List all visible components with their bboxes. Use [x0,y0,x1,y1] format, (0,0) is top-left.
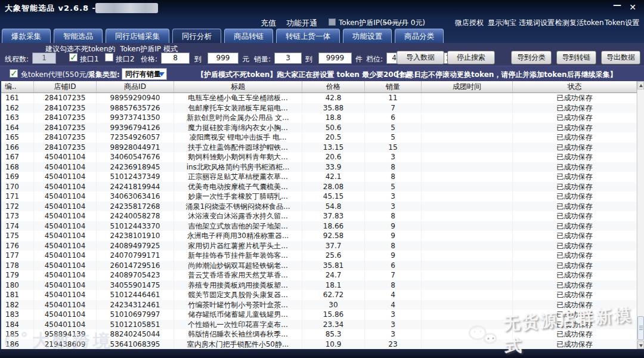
table-row[interactable]: 17645040110424089497925家用切片器红薯擦片机芋头土...3… [1,241,637,251]
table-cell: 3 [365,329,422,340]
action-button-0[interactable]: 导入数据 [397,51,444,64]
table-cell: 13.15 [302,143,365,153]
menu-item[interactable]: 检测复活token [555,18,604,28]
table-cell: 42.1 [302,172,365,182]
table-cell: 3 [365,320,422,330]
column-header[interactable]: 编.. [1,81,34,92]
collect-type-select[interactable]: 同行有销量 [122,68,167,80]
close-button[interactable]: ✕ [626,1,639,13]
table-cell: 已成功保存 [513,300,637,310]
price-max-input[interactable]: 999 [208,53,239,64]
table-row[interactable]: 18445040110451012105851个性婚礼一次性印花喜字桌布...2… [1,320,637,330]
table-row[interactable]: 16945040110451012437349正宗丽容足贴艾草桔梗薰衣草...4… [1,172,637,182]
table-row[interactable]: 16128410723598959290940电瓶车坐桶小龟王车坐桶踏板...4… [1,93,637,103]
table-cell: 163 [1,113,34,123]
scrollbar-thumb[interactable] [637,316,644,340]
table-row[interactable]: 17245040110424235817268涌泉1闷烧壶不锈钢闷烧杯食品...… [1,202,637,212]
table-cell: 18.1 [302,280,365,291]
scroll-up-icon[interactable] [637,81,644,90]
table-cell: 20.5 [302,132,365,143]
table-cell: 184 [1,320,34,330]
tab-2[interactable]: 同行店铺采集 [106,29,169,43]
table-row[interactable]: 17345040110424240058278沐浴液变白沐浴露香水持久留...3… [1,211,637,221]
table-cell: 164 [1,123,34,133]
table-row[interactable]: 18595889413988240245044韩版情侣睡衣长袖丝绸春秋季...8… [1,329,637,340]
action-button-4[interactable]: 导出数据 [601,51,640,64]
table-row[interactable]: 18145040110451012446461髋关节固定支具股骨头康复器...6… [1,290,637,300]
table-row[interactable]: 17545040110424238101910永洲电子秤商用30精准称重器...… [1,231,637,241]
table-cell: 妙康一次性手套橡胶丁腈晴乳... [174,192,302,202]
column-header[interactable]: 成团时间 [422,81,513,92]
table-cell [422,231,513,241]
table-cell: 24070799171 [97,251,174,261]
tab-3[interactable]: 同行分析 [172,29,221,43]
table-row[interactable]: 18245040110424234312461竹编茶叶罐竹制小号茶叶盒茶...3… [1,300,637,310]
table-row[interactable]: 17145040110434063063416妙康一次性手套橡胶丁腈晴乳...4… [1,192,637,202]
table-cell: 51012446461 [97,290,174,300]
tab-5[interactable]: 转链上货一体 [276,29,340,43]
scroll-down-icon[interactable] [637,341,644,349]
table-cell: 51010697997 [97,310,174,320]
table-cell: 99396794126 [97,123,174,133]
table-row[interactable]: 16228410723598857635726包邮摩托车女装踏板车尾箱电...3… [1,103,637,113]
table-row[interactable]: 16845040110424236918945ins北欧风格简约书房书柜酒柜..… [1,162,637,172]
table-row[interactable]: 17445040110451012443370吉他架立式放吉他的架子地架...1… [1,221,637,232]
action-button-2[interactable]: 导到分类 [511,51,552,64]
table-row[interactable]: 16528410723572354926057凌阳鹰视安 锂电冲击扳手 电...… [1,132,637,143]
table-cell [422,162,513,172]
table-row[interactable]: 18621943860953641068395室内房木门把手锁配件小50静...… [1,340,637,350]
table-row[interactable]: 17845040110426014729516尚帅潮汕炒锅双耳超轻铁锅老...3… [1,261,637,271]
column-header[interactable]: 状态 [513,81,637,92]
column-header[interactable]: 店铺ID [34,81,97,92]
action-button-1[interactable]: 停止搜索 [447,51,495,64]
table-row[interactable]: 16328410723599373741350新款创意时尚金属办公用品 文...… [1,113,637,123]
vertical-scrollbar[interactable] [637,81,644,349]
table-cell [422,221,513,232]
table-cell: 尚帅潮汕炒锅双耳超轻铁锅老... [174,261,302,271]
table-row[interactable]: 16628410723598928044971扶手立柱盖饰配件圆球护帽铁...1… [1,143,637,153]
table-cell [422,261,513,271]
table-cell: 26014729516 [97,261,174,271]
table-cell [422,202,513,212]
table-row[interactable]: 16745040110434060547676鹅饲料雏鹅小鹅饲料青年鹅大...2… [1,152,637,162]
menu-item[interactable]: 违规词设置 [519,18,555,28]
table-cell: 166 [1,143,34,153]
column-header[interactable]: 标题 [174,81,302,92]
price-min-input[interactable]: 8 [161,53,190,64]
port2-checkbox[interactable] [105,53,113,61]
table-cell: 18.8 [302,113,365,123]
table-cell: 魔力挺硅胶非海绵内衣女小胸... [174,123,302,133]
table-row[interactable]: 17945040110424089705423普云艾香塔香家用天然艾草香...2… [1,270,637,280]
table-row[interactable]: 18345040110451010697997储存罐纸币储蓄罐儿童钱罐男...1… [1,310,637,320]
column-header[interactable]: 商品ID [97,81,174,92]
free-token-checkbox[interactable] [10,69,18,78]
table-cell: 6 [365,261,422,271]
token-shield-checkbox[interactable] [329,18,336,26]
menu-item[interactable]: Token设置 [605,18,639,28]
table-row[interactable]: 17745040110424070799171新年挂饰春节挂件新年装饰客...2… [1,251,637,261]
tab-0[interactable]: 爆款采集 [2,29,51,43]
sales-min-input[interactable]: 3 [274,53,302,64]
table-row[interactable]: 16428410723599396794126魔力挺硅胶非海绵内衣女小胸...5… [1,123,637,133]
table-cell: 176 [1,241,34,251]
port1-checkbox[interactable] [69,53,78,61]
table-cell: 5 [365,132,422,143]
tab-7[interactable]: 商品分类 [395,29,444,43]
thread-input[interactable]: 1 [32,53,56,64]
column-header[interactable]: 价格 [302,81,365,92]
table-cell: 8 [365,211,422,221]
sales-max-input[interactable]: 9999 [318,53,352,64]
action-button-3[interactable]: 导到转链 [556,51,596,64]
table-row[interactable]: 18045040110434055901475养殖专用接粪板鸡用接粪板塑...1… [1,280,637,291]
menu-item[interactable]: 显示淘宝 [488,18,516,28]
table-cell: 24240058278 [97,211,174,221]
tab-1[interactable]: 智能选品 [54,29,103,43]
table-row[interactable]: 17045040110424241819944优美奇电动按摩梳子气囊梳美...2… [1,182,637,192]
table-cell: 284107235 [34,93,97,103]
tab-6[interactable]: 功能设置 [343,29,392,43]
column-header[interactable]: 销量 [365,81,422,92]
tab-4[interactable]: 商品转链 [224,29,273,43]
table-cell: 169 [1,172,34,182]
menu-item[interactable]: 微店授权 [455,18,484,28]
minimize-button[interactable]: — [611,0,624,11]
